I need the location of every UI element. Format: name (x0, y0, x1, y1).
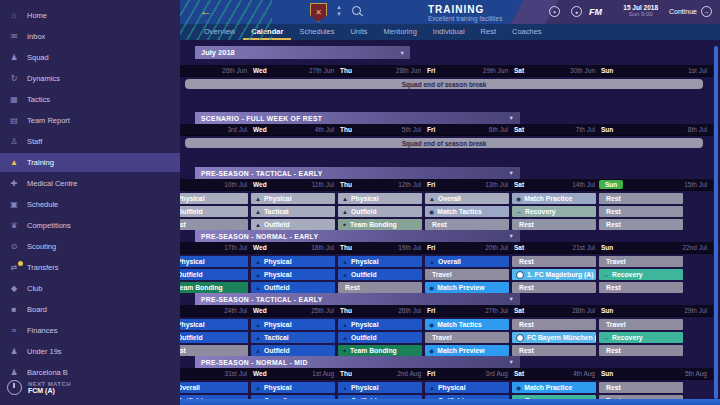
sidebar-item-under-19s[interactable]: ♟Under 19s (0, 342, 180, 361)
session-bar-1-fc-magdeburg-a-[interactable]: 1. FC Magdeburg (A) (512, 269, 596, 280)
session-bar-rest[interactable]: Rest (180, 345, 248, 356)
session-bar-rest[interactable]: Rest (512, 282, 596, 293)
session-bar-outfield[interactable]: ▲Outfield (180, 332, 248, 343)
session-bar-travel[interactable]: Travel (599, 256, 683, 267)
session-bar-physical[interactable]: ▲Physical (180, 256, 248, 267)
session-bar-travel[interactable]: Travel (599, 319, 683, 330)
session-bar-outfield[interactable]: ▲Outfield (180, 269, 248, 280)
session-bar-physical[interactable]: ▲Physical (180, 193, 248, 204)
tab-calendar[interactable]: Calendar (243, 24, 291, 40)
schedule-section-header[interactable]: SCENARIO - FULL WEEK OF REST▼ (195, 112, 520, 124)
sidebar-item-schedule[interactable]: ▣Schedule (0, 195, 180, 214)
session-bar-match-practice[interactable]: ◉Match Practice (512, 382, 596, 393)
session-bar-physical[interactable]: ▲Physical (251, 319, 335, 330)
session-bar-outfield[interactable]: ▲Outfield (338, 332, 422, 343)
session-bar-rest[interactable]: Rest (599, 345, 683, 356)
tab-schedules[interactable]: Schedules (291, 24, 342, 40)
tab-rest[interactable]: Rest (473, 24, 504, 40)
schedule-section-header[interactable]: PRE-SEASON - NORMAL - EARLY▼ (195, 230, 520, 242)
session-bar-outfield[interactable]: ▲Outfield (251, 282, 335, 293)
next-match-panel[interactable]: NEXT MATCH FCM (A) (0, 375, 180, 399)
session-bar-match-preview[interactable]: ◉Match Preview (425, 345, 509, 356)
session-bar-overall[interactable]: ▲Overall (425, 256, 509, 267)
season-break-bar[interactable]: Squad end of season break (185, 138, 703, 148)
sidebar-item-staff[interactable]: ♙Staff (0, 132, 180, 151)
schedule-section-header[interactable]: PRE-SEASON - NORMAL - MID▼ (195, 356, 520, 368)
sidebar-item-tactics[interactable]: ▦Tactics (0, 90, 180, 109)
schedule-section-header[interactable]: PRE-SEASON - TACTICAL - EARLY▼ (195, 167, 520, 179)
sidebar-item-home[interactable]: ⌂Home (0, 6, 180, 25)
session-bar-outfield[interactable]: ▲Outfield (251, 219, 335, 230)
vertical-scrollbar[interactable] (714, 46, 718, 399)
session-bar-match-tactics[interactable]: ◉Match Tactics (425, 206, 509, 217)
session-bar-rest[interactable]: Rest (512, 319, 596, 330)
session-bar-physical[interactable]: ▲Physical (338, 319, 422, 330)
search-icon[interactable] (352, 6, 361, 15)
session-bar-physical[interactable]: ▲Physical (338, 256, 422, 267)
season-break-bar[interactable]: Squad end of season break (185, 79, 703, 89)
session-bar-physical[interactable]: ▲Physical (338, 193, 422, 204)
sidebar-item-team-report[interactable]: ▤Team Report (0, 111, 180, 130)
session-bar-physical[interactable]: ▲Physical (425, 382, 509, 393)
session-bar-team-bonding[interactable]: ✦Team Bonding (338, 345, 422, 356)
sidebar-item-medical-centre[interactable]: ✚Medical Centre (0, 174, 180, 193)
session-bar-rest[interactable]: Rest (425, 219, 509, 230)
session-bar-travel[interactable]: Travel (425, 332, 509, 343)
session-bar-outfield[interactable]: ▲Outfield (338, 269, 422, 280)
session-bar-recovery[interactable]: ↔Recovery (599, 269, 683, 280)
sidebar-item-board[interactable]: ■Board (0, 300, 180, 319)
session-bar-match-tactics[interactable]: ◉Match Tactics (425, 319, 509, 330)
session-bar-team-bonding[interactable]: ✦Team Bonding (180, 282, 248, 293)
tab-overview[interactable]: Overview (196, 24, 243, 40)
session-bar-physical[interactable]: ▲Physical (180, 319, 248, 330)
tab-mentoring[interactable]: Mentoring (376, 24, 425, 40)
session-bar-outfield[interactable]: ▲Outfield (338, 206, 422, 217)
sidebar-item-squad[interactable]: ♟Squad (0, 48, 180, 67)
session-bar-overall[interactable]: ▲Overall (425, 193, 509, 204)
profile-icon[interactable]: ● (571, 6, 582, 17)
session-bar-rest[interactable]: Rest (599, 206, 683, 217)
sidebar-item-finances[interactable]: ¤Finances (0, 321, 180, 340)
preferences-icon[interactable]: ✦ (549, 6, 560, 17)
session-bar-outfield[interactable]: ▲Outfield (180, 206, 248, 217)
continue-button[interactable]: Continue → (669, 6, 712, 17)
session-bar-match-practice[interactable]: ◉Match Practice (512, 193, 596, 204)
session-bar-rest[interactable]: Rest (512, 345, 596, 356)
session-bar-physical[interactable]: ▲Physical (251, 382, 335, 393)
session-bar-tactical[interactable]: ▲Tactical (251, 206, 335, 217)
session-bar-rest[interactable]: Rest (599, 382, 683, 393)
session-bar-match-preview[interactable]: ◉Match Preview (425, 282, 509, 293)
sidebar-item-training[interactable]: ▲Training (0, 153, 180, 172)
month-dropdown[interactable]: July 2018 ▼ (195, 46, 410, 59)
sidebar-item-scouting[interactable]: ⊙Scouting (0, 237, 180, 256)
tab-coaches[interactable]: Coaches (504, 24, 550, 40)
session-bar-rest[interactable]: Rest (599, 219, 683, 230)
sidebar-item-transfers[interactable]: ⇄Transfers (0, 258, 180, 277)
session-bar-rest[interactable]: Rest (512, 219, 596, 230)
session-bar-rest[interactable]: Rest (180, 219, 248, 230)
sidebar-item-dynamics[interactable]: ↻Dynamics (0, 69, 180, 88)
session-bar-team-bonding[interactable]: ✦Team Bonding (338, 219, 422, 230)
session-bar-rest[interactable]: Rest (599, 282, 683, 293)
session-bar-recovery[interactable]: ↔Recovery (599, 332, 683, 343)
session-bar-outfield[interactable]: ▲Outfield (251, 345, 335, 356)
session-bar-tactical[interactable]: ▲Tactical (251, 332, 335, 343)
sidebar-item-competitions[interactable]: ♛Competitions (0, 216, 180, 235)
team-switch-chevrons-icon[interactable]: ▲▼ (336, 4, 342, 18)
session-bar-overall[interactable]: ▲Overall (180, 382, 248, 393)
session-bar-rest[interactable]: Rest (512, 256, 596, 267)
session-bar-travel[interactable]: Travel (425, 269, 509, 280)
schedule-section-header[interactable]: PRE-SEASON - TACTICAL - EARLY▼ (195, 293, 520, 305)
tab-units[interactable]: Units (342, 24, 375, 40)
scrollbar-thumb[interactable] (714, 46, 718, 399)
session-bar-physical[interactable]: ▲Physical (338, 382, 422, 393)
sidebar-item-club[interactable]: ◆Club (0, 279, 180, 298)
session-bar-physical[interactable]: ▲Physical (251, 269, 335, 280)
session-bar-fc-bayern-m-nchen-a-[interactable]: FC Bayern München (A) (512, 332, 596, 343)
back-arrow-button[interactable]: ← (200, 4, 212, 18)
sidebar-item-inbox[interactable]: ✉Inbox (0, 27, 180, 46)
session-bar-rest[interactable]: Rest (338, 282, 422, 293)
session-bar-physical[interactable]: ▲Physical (251, 256, 335, 267)
session-bar-recovery[interactable]: ↔Recovery (512, 206, 596, 217)
tab-individual[interactable]: Individual (425, 24, 473, 40)
